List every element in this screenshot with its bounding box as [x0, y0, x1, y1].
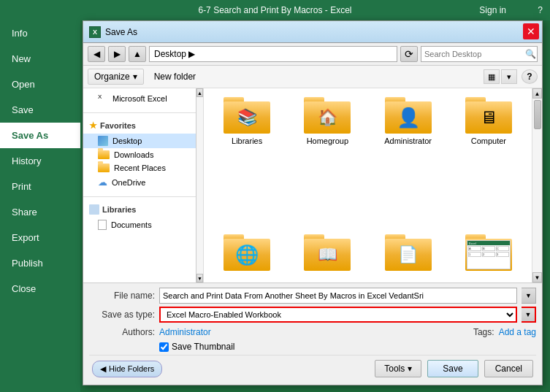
- hide-folders-label: Hide Folders: [109, 364, 154, 373]
- authors-tags-row: Authors: Administrator Tags: Add a tag: [89, 326, 536, 339]
- dialog-close-button[interactable]: ✕: [523, 23, 539, 39]
- scroll-down-arrow[interactable]: ▼: [196, 274, 203, 283]
- authors-value[interactable]: Administrator: [159, 327, 211, 337]
- sidebar-item-save[interactable]: Save: [0, 97, 80, 123]
- tools-button[interactable]: Tools ▾: [375, 360, 421, 377]
- file-name-dropdown-button[interactable]: ▼: [522, 288, 536, 304]
- forward-button[interactable]: ▶: [108, 46, 126, 62]
- sidebar-item-info[interactable]: Info: [0, 20, 80, 46]
- homegroup-folder-icon-large: 🏠: [304, 97, 351, 134]
- file-name-label: File name:: [89, 291, 155, 301]
- recent-places-folder-icon: [98, 164, 110, 172]
- hide-folders-arrow-icon: ◀: [100, 364, 106, 374]
- authors-label: Authors:: [89, 327, 155, 337]
- form-area: File name: ▼ Save as type: Excel Macro-E…: [83, 283, 542, 385]
- file-item-excel-thumb[interactable]: Excel ABC 123: [451, 231, 526, 277]
- sidebar-item-close[interactable]: Close: [0, 276, 80, 301]
- cancel-button[interactable]: Cancel: [484, 360, 533, 377]
- sidebar-item-open[interactable]: Open: [0, 72, 80, 97]
- refresh-button[interactable]: ⟳: [400, 46, 418, 62]
- save-type-dropdown-button[interactable]: ▼: [522, 307, 536, 323]
- file-toolbar: Organize ▾ New folder ▦ ▾ ?: [83, 66, 542, 88]
- scroll-up-arrow[interactable]: ▲: [196, 88, 203, 97]
- dialog-excel-icon: X: [89, 26, 101, 38]
- file-item-docs[interactable]: 📄: [371, 231, 446, 277]
- sidebar-item-publish[interactable]: Publish: [0, 250, 80, 276]
- file-name-input[interactable]: [159, 288, 517, 304]
- sidebar-item-new[interactable]: New: [0, 46, 80, 72]
- excel-title: 6-7 Search and Print By Macros - Excel: [198, 5, 351, 15]
- left-pane-downloads[interactable]: Downloads: [83, 148, 196, 161]
- left-pane-onedrive[interactable]: ☁ OneDrive: [83, 174, 196, 190]
- libraries-header: Libraries: [83, 201, 196, 218]
- file-grid-row1: 📚 Libraries 🏠 Homegroup 👤: [210, 94, 526, 228]
- right-scrollbar[interactable]: ▲ ▼: [532, 88, 542, 283]
- save-thumbnail-label[interactable]: Save Thumbnail: [172, 342, 235, 352]
- tags-add-link[interactable]: Add a tag: [499, 327, 536, 337]
- organize-button[interactable]: Organize ▾: [88, 69, 144, 85]
- excel-title-bar: 6-7 Search and Print By Macros - Excel S…: [0, 0, 550, 20]
- save-type-select[interactable]: Excel Macro-Enabled Workbook: [159, 307, 517, 323]
- left-pane: X Microsoft Excel ★ Favorites Desktop Do…: [83, 88, 196, 283]
- save-thumbnail-checkbox[interactable]: [159, 342, 169, 352]
- file-item-homegroup[interactable]: 🏠 Homegroup: [290, 94, 364, 228]
- excel-file-icon: Excel ABC 123: [465, 234, 512, 271]
- tools-label: Tools: [384, 364, 405, 374]
- left-pane-desktop[interactable]: Desktop: [83, 134, 196, 148]
- sidebar-item-print[interactable]: Print: [0, 174, 80, 199]
- libraries-icon: [89, 204, 99, 215]
- right-scroll-thumb[interactable]: [534, 100, 541, 129]
- dialog-title: Save As: [105, 27, 536, 37]
- view-icon-button[interactable]: ▦: [484, 69, 500, 84]
- up-button[interactable]: ▲: [129, 46, 146, 62]
- left-pane-recent-places[interactable]: Recent Places: [83, 161, 196, 174]
- sidebar-item-save-as[interactable]: Save As: [0, 123, 80, 148]
- left-scrollbar[interactable]: ▲ ▼: [196, 88, 204, 283]
- search-box[interactable]: 🔍: [421, 46, 538, 62]
- view-buttons: ▦ ▾: [484, 69, 517, 84]
- save-type-label: Save as type:: [89, 310, 155, 320]
- administrator-folder-icon-large: 👤: [385, 97, 432, 134]
- right-scroll-up[interactable]: ▲: [532, 88, 542, 99]
- sidebar-item-history[interactable]: History: [0, 148, 80, 174]
- file-item-book[interactable]: 📖: [290, 231, 364, 277]
- file-name-row: File name: ▼: [89, 288, 536, 304]
- left-pane-microsoft-excel[interactable]: X Microsoft Excel: [83, 91, 196, 106]
- file-item-libraries[interactable]: 📚 Libraries: [210, 94, 284, 228]
- right-scroll-down[interactable]: ▼: [532, 272, 542, 283]
- excel-help[interactable]: ?: [538, 5, 543, 15]
- book-folder-icon: 📖: [304, 234, 351, 271]
- documents-doc-icon: [98, 220, 107, 230]
- view-arrow-button[interactable]: ▾: [501, 69, 517, 84]
- left-pane-documents[interactable]: Documents: [83, 218, 196, 232]
- save-type-row: Save as type: Excel Macro-Enabled Workbo…: [89, 307, 536, 323]
- sidebar: Info New Open Save Save As History Print…: [0, 20, 80, 392]
- microsoft-excel-icon: X: [98, 93, 108, 104]
- file-item-computer[interactable]: 🖥 Computer: [451, 94, 526, 228]
- save-button[interactable]: Save: [427, 360, 478, 377]
- sign-in-link[interactable]: Sign in: [479, 5, 506, 15]
- organize-arrow-icon: ▾: [133, 72, 137, 82]
- address-dropdown[interactable]: Desktop ▶: [149, 46, 397, 62]
- file-area: 📚 Libraries 🏠 Homegroup 👤: [204, 88, 532, 283]
- search-icon: 🔍: [525, 49, 536, 59]
- computer-folder-icon-large: 🖥: [465, 97, 512, 134]
- globe-folder-icon: 🌐: [224, 234, 270, 271]
- help-button[interactable]: ?: [522, 69, 538, 84]
- file-item-administrator[interactable]: 👤 Administrator: [371, 94, 446, 228]
- main-area: X Microsoft Excel ★ Favorites Desktop Do…: [83, 88, 542, 283]
- tags-label: Tags:: [429, 327, 494, 337]
- sidebar-item-export[interactable]: Export: [0, 225, 80, 250]
- back-button[interactable]: ◀: [88, 46, 105, 62]
- save-thumbnail-row: Save Thumbnail: [89, 339, 536, 355]
- new-folder-button[interactable]: New folder: [148, 69, 202, 84]
- organize-label: Organize: [94, 72, 130, 82]
- file-grid-row2: 🌐 📖 📄: [210, 231, 526, 277]
- address-bar: ◀ ▶ ▲ Desktop ▶ ⟳ 🔍: [83, 43, 542, 66]
- sidebar-item-share[interactable]: Share: [0, 199, 80, 225]
- file-item-globe[interactable]: 🌐: [210, 231, 284, 277]
- hide-folders-button[interactable]: ◀ Hide Folders: [92, 361, 162, 377]
- search-input[interactable]: [424, 50, 525, 58]
- favorites-star-icon: ★: [89, 120, 97, 131]
- libraries-folder-icon-large: 📚: [224, 97, 270, 134]
